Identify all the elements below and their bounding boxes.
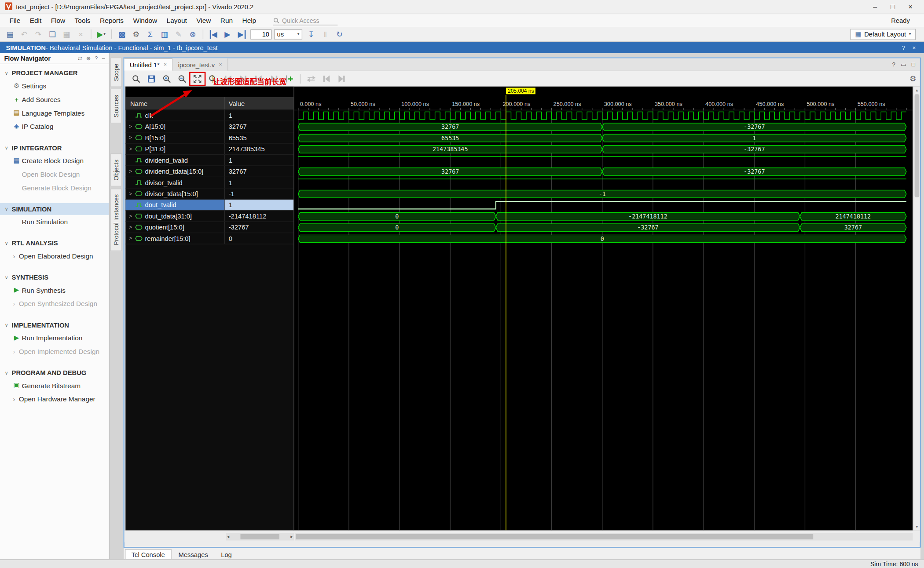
nav-section-header-ip-integrator[interactable]: ∨IP INTEGRATOR [0,142,109,154]
context-help-icon[interactable]: ? [902,44,905,51]
wave-settings-icon[interactable]: ⚙ [909,74,917,83]
signal-name-cell[interactable]: >B[15:0] [125,132,224,143]
menu-file[interactable]: File [5,17,25,24]
runtime-unit-select[interactable]: us▾ [274,29,302,39]
menu-run[interactable]: Run [216,17,238,24]
zoom-to-cursor-button[interactable] [205,72,220,85]
runtime-value-input[interactable] [250,29,271,39]
wave-tab-ipcore-test-v[interactable]: ipcore_test.v× [172,58,227,71]
nav-item-settings[interactable]: ⚙Settings [0,79,109,92]
nav-item-open-synthesized-design[interactable]: ›Open Synthesized Design [0,297,109,310]
debug-probes-button[interactable]: ⊗ [186,28,199,40]
menu-help[interactable]: Help [238,17,261,24]
maximize-button[interactable]: □ [884,3,902,11]
side-tab-sources[interactable]: Sources [110,89,122,123]
swap-cursors-button[interactable] [304,72,318,85]
toggle-flow-icon[interactable]: ⇄ [78,55,82,61]
signal-value-cell[interactable]: 1 [224,155,293,165]
signal-name-cell[interactable]: dout_tvalid [125,200,224,210]
panel-float-icon[interactable]: ▭ [901,61,906,68]
signal-row-dout-tdata-31-0[interactable]: >dout_tdata[31:0]-2147418112 [125,211,293,222]
wave-horizontal-scrollbar[interactable] [295,533,913,540]
signal-row-divisor-tvalid[interactable]: divisor_tvalid1 [125,177,293,188]
minimize-panel-icon[interactable]: – [102,55,105,61]
next-edge-button[interactable] [335,72,349,85]
zoom-out-button[interactable] [175,72,189,85]
signal-row-dout-tvalid[interactable]: dout_tvalid1 [125,200,293,211]
signal-row-b-15-0[interactable]: >B[15:0]65535 [125,132,293,143]
context-close-icon[interactable]: × [912,44,916,51]
settings-button[interactable]: ⚙ [130,28,143,40]
expand-arrow-icon[interactable]: > [128,236,133,241]
menu-window[interactable]: Window [128,17,162,24]
signal-value-cell[interactable]: -32767 [224,222,293,233]
report-button[interactable]: Σ [144,28,157,40]
scroll-down-icon[interactable]: ▾ [913,524,920,531]
next-transition-button[interactable] [236,72,250,85]
minimize-button[interactable]: – [866,3,884,11]
previous-edge-button[interactable] [319,72,334,85]
nav-item-run-simulation[interactable]: Run Simulation [0,215,109,229]
side-tab-protocol-instances[interactable]: Protocol Instances [110,188,122,251]
bottom-tab-log[interactable]: Log [215,550,238,559]
signal-value-cell[interactable]: 32767 [224,166,293,177]
panel-help-icon[interactable]: ? [892,61,895,68]
menu-tools[interactable]: Tools [70,17,95,24]
step-button[interactable]: ↧ [304,28,317,40]
panel-maximize-icon[interactable]: □ [912,61,915,68]
signal-row-dividend-tvalid[interactable]: dividend_tvalid1 [125,155,293,166]
name-scroll-thumb[interactable] [240,534,279,539]
wave-vertical-scrollbar[interactable]: ▴ ▾ [913,87,920,531]
nav-item-open-elaborated-design[interactable]: ›Open Elaborated Design [0,249,109,263]
bottom-tab-messages[interactable]: Messages [172,550,214,559]
expand-arrow-icon[interactable]: > [128,168,133,174]
value-column-header[interactable]: Value [224,97,293,109]
run-flow-button[interactable]: ▶▾ [95,28,108,40]
run-all-button[interactable]: ▶ [221,28,234,40]
tab-close-icon[interactable]: × [164,62,167,68]
signal-row-divisor-tdata-15-0[interactable]: >divisor_tdata[15:0]-1 [125,189,293,200]
relaunch-simulation-button[interactable]: ↻ [333,28,346,40]
vertical-scroll-thumb[interactable] [915,94,920,197]
undo-button[interactable]: ↶ [18,28,30,40]
signal-row-dividend-tdata-15-0[interactable]: >dividend_tdata[15:0]32767 [125,166,293,177]
scroll-left-icon[interactable]: ◂ [227,534,229,539]
restart-simulation-button[interactable]: ◀ [207,28,220,40]
name-column-header[interactable]: Name [125,100,224,107]
scroll-right-icon[interactable]: ▸ [290,534,293,539]
signal-value-cell[interactable]: 0 [224,233,293,244]
signal-name-cell[interactable]: divisor_tvalid [125,177,224,188]
side-tab-objects[interactable]: Objects [110,154,122,186]
name-horizontal-scrollbar[interactable]: ◂ ▸ [226,533,294,540]
signal-value-cell[interactable]: 1 [224,200,293,210]
signal-name-cell[interactable]: >remainder[15:0] [125,233,224,244]
copy-button[interactable]: ❏ [46,28,59,40]
expand-arrow-icon[interactable]: > [128,135,133,141]
nav-item-generate-block-design[interactable]: Generate Block Design [0,181,109,194]
signal-row-p-31-0[interactable]: >P[31:0]2147385345 [125,144,293,155]
wave-tab-untitled-1[interactable]: Untitled 1*× [125,58,173,71]
signal-name-cell[interactable]: >divisor_tdata[15:0] [125,189,224,199]
nav-item-open-block-design[interactable]: Open Block Design [0,167,109,181]
signal-value-cell[interactable]: 65535 [224,132,293,143]
nav-item-run-implementation[interactable]: ▶Run Implementation [0,331,109,345]
signal-value-cell[interactable]: 1 [224,177,293,188]
nav-item-add-sources[interactable]: +Add Sources [0,92,109,106]
delete-button[interactable]: × [74,28,87,40]
run-for-time-button[interactable]: ▶ [235,28,248,40]
waveform-canvas[interactable]: 0.000 ns50.000 ns100.000 ns150.000 ns200… [294,87,913,531]
expand-arrow-icon[interactable]: > [128,191,133,197]
save-waveform-configuration-button[interactable] [144,72,158,85]
redo-button[interactable]: ↷ [32,28,44,40]
signal-name-cell[interactable]: >quotient[15:0] [125,222,224,233]
nav-item-open-implemented-design[interactable]: ›Open Implemented Design [0,344,109,358]
signal-name-cell[interactable]: >P[31:0] [125,144,224,154]
quick-access-search[interactable]: Quick Access [273,16,337,25]
signal-value-cell[interactable]: -1 [224,189,293,199]
options-icon[interactable]: ⊕ [86,55,91,61]
nav-item-language-templates[interactable]: ▤Language Templates [0,106,109,120]
signal-value-cell[interactable]: 32767 [224,121,293,132]
menu-view[interactable]: View [192,17,216,24]
signal-name-cell[interactable]: >dout_tdata[31:0] [125,211,224,221]
signal-name-cell[interactable]: >dividend_tdata[15:0] [125,166,224,177]
